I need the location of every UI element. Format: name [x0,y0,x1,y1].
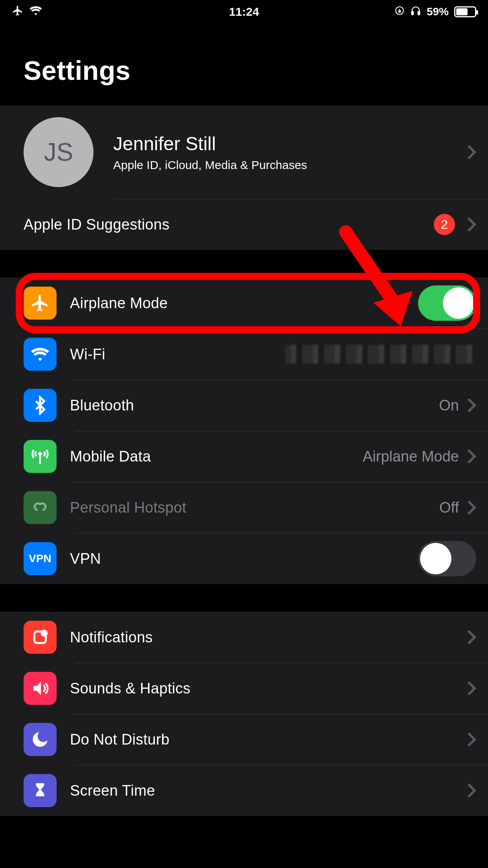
account-group: JS Jennifer Still Apple ID, iCloud, Medi… [0,105,488,250]
vpn-icon: VPN [24,542,57,575]
apple-id-suggestions-row[interactable]: Apple ID Suggestions 2 [0,199,488,250]
airplane-mode-label: Airplane Mode [70,295,418,312]
bluetooth-icon [24,389,57,422]
personal-hotspot-row[interactable]: Personal Hotspot Off [0,482,488,533]
chevron-right-icon [467,629,476,645]
bluetooth-label: Bluetooth [70,397,439,414]
status-time: 11:24 [229,5,259,18]
status-bar: 11:24 59% [0,0,488,24]
sounds-label: Sounds & Haptics [70,680,467,697]
wifi-network-redacted [285,345,474,364]
account-subtitle: Apple ID, iCloud, Media & Purchases [113,158,467,172]
airplane-mode-icon [12,5,24,19]
chevron-right-icon [467,217,476,232]
chevron-right-icon [467,144,476,160]
moon-icon [24,723,57,756]
battery-icon [454,6,476,17]
wifi-row[interactable]: Wi-Fi [0,329,488,380]
bluetooth-value: On [439,397,459,414]
mobile-data-row[interactable]: Mobile Data Airplane Mode [0,431,488,482]
hotspot-label: Personal Hotspot [70,499,439,516]
avatar: JS [24,117,94,187]
notifications-icon [24,621,57,654]
airplane-icon [24,287,57,320]
vpn-toggle[interactable] [418,541,476,576]
svg-rect-2 [411,11,413,15]
notifications-row[interactable]: Notifications [0,612,488,663]
account-name: Jennifer Still [113,133,467,154]
wifi-label: Wi-Fi [70,346,285,363]
mobile-data-label: Mobile Data [70,448,363,465]
headphones-icon [410,5,421,19]
chevron-right-icon [467,500,476,515]
do-not-disturb-row[interactable]: Do Not Disturb [0,714,488,765]
chevron-right-icon [467,449,476,464]
screen-time-row[interactable]: Screen Time [0,765,488,816]
page-title: Settings [0,24,488,105]
airplane-mode-row[interactable]: Airplane Mode [0,278,488,329]
chevron-right-icon [467,783,476,798]
vpn-label: VPN [70,550,418,567]
chevron-right-icon [467,732,476,747]
notifications-label: Notifications [70,629,467,646]
svg-rect-3 [418,11,420,15]
chevron-right-icon [467,680,476,696]
connectivity-group: Airplane Mode Wi-Fi Bluetooth On Mobile … [0,278,488,584]
wifi-icon [24,338,57,371]
vpn-row[interactable]: VPN VPN [0,533,488,584]
bluetooth-row[interactable]: Bluetooth On [0,380,488,431]
hotspot-value: Off [439,499,459,516]
general-group: Notifications Sounds & Haptics Do Not Di… [0,612,488,816]
hourglass-icon [24,774,57,807]
apple-id-suggestions-label: Apple ID Suggestions [24,216,434,233]
battery-pct: 59% [427,6,449,18]
cellular-icon [24,440,57,473]
notification-badge: 2 [434,214,455,235]
apple-id-row[interactable]: JS Jennifer Still Apple ID, iCloud, Medi… [0,105,488,199]
hotspot-icon [24,491,57,524]
screen-time-label: Screen Time [70,782,467,799]
svg-point-5 [42,631,47,636]
dnd-label: Do Not Disturb [70,731,467,748]
wifi-icon [29,4,42,20]
chevron-right-icon [467,397,476,413]
svg-rect-1 [399,11,400,12]
speaker-icon [24,672,57,705]
mobile-data-value: Airplane Mode [363,448,459,465]
rotation-lock-icon [394,6,405,18]
airplane-mode-toggle[interactable] [418,285,476,321]
sounds-haptics-row[interactable]: Sounds & Haptics [0,663,488,714]
